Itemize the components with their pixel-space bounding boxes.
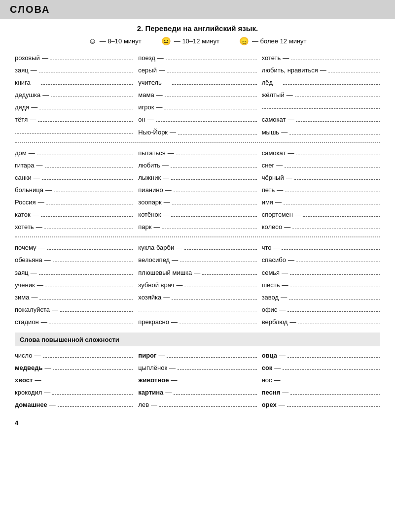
word-label: обезьяна (15, 255, 42, 266)
list-item: лев — (138, 399, 256, 410)
word-dash: — (169, 363, 176, 373)
list-item: сок — (262, 363, 380, 373)
list-item: гитара — (15, 160, 133, 171)
word-dash: — (274, 363, 281, 373)
word-dash: — (162, 160, 169, 171)
word-dash: — (274, 375, 281, 386)
list-item: офис — (262, 304, 380, 315)
word-label: дядя (15, 102, 29, 113)
word-label: хотеть (262, 53, 281, 64)
word-dash: — (156, 90, 163, 100)
list-item: мышь — (262, 127, 380, 138)
main-content: 2. Переведи на английский язык. ☺ — 8–10… (0, 19, 395, 417)
list-item: лыжник — (138, 172, 256, 183)
list-item: почему — (15, 242, 133, 253)
list-item: заяц — (15, 65, 133, 76)
word-blank (176, 148, 257, 155)
word-dash: — (168, 148, 174, 159)
word-blank (202, 268, 256, 275)
list-item: хотеть — (262, 53, 380, 64)
word-label: зоопарк (138, 197, 161, 208)
word-label: жёлтый (262, 90, 285, 100)
page: СЛОВА 2. Переведи на английский язык. ☺ … (0, 0, 395, 532)
word-grid-3: почему —кукла барби —что —обезьяна —вело… (15, 242, 380, 328)
list-item: нос — (262, 375, 380, 386)
word-dash: — (170, 127, 176, 138)
word-section-1: розовый —поезд —хотеть —заяц —серый —люб… (15, 53, 380, 138)
word-blank (47, 243, 134, 250)
word-grid-2: дом —пытаться —самокат —гитара —любить —… (15, 148, 380, 233)
list-item: дедушка — (15, 90, 133, 100)
word-blank (51, 90, 133, 97)
word-label: кукла барби (138, 242, 174, 253)
word-blank (44, 222, 134, 229)
word-label: заяц (15, 267, 29, 278)
word-label: велосипед (138, 255, 170, 266)
word-label: самокат (262, 148, 286, 159)
word-dash: — (281, 292, 287, 303)
word-blank (38, 115, 133, 122)
list-item: лёд — (262, 77, 380, 88)
word-dash: — (156, 102, 162, 113)
word-dash: — (279, 399, 285, 410)
word-dash: — (31, 65, 37, 76)
word-label: хотеть (15, 222, 34, 233)
word-label: овца (262, 350, 277, 361)
word-dash: — (176, 242, 182, 253)
word-dash: — (164, 77, 170, 88)
word-dash: — (172, 255, 178, 266)
word-label: хозяйка (138, 292, 161, 303)
word-blank (283, 363, 380, 370)
word-label: игрок (138, 102, 154, 113)
word-label: стадион (15, 317, 39, 328)
word-blank (162, 222, 257, 229)
word-blank (292, 222, 380, 229)
word-blank (41, 210, 134, 217)
list-item: овца — (262, 350, 380, 361)
word-dash: — (284, 222, 290, 233)
word-blank (39, 66, 134, 72)
word-dash: — (283, 53, 289, 64)
word-blank (328, 66, 380, 72)
word-label: розовый (15, 53, 40, 64)
word-label: спасибо (262, 255, 286, 266)
word-dash: — (282, 280, 288, 291)
word-dash: — (275, 197, 282, 208)
word-label: плюшевый мишка (138, 267, 192, 278)
word-label: пытаться (138, 148, 165, 159)
word-blank (289, 128, 380, 134)
word-label: книга (15, 77, 31, 88)
word-blank (298, 317, 380, 324)
word-label: санки (15, 172, 32, 183)
word-dash: — (52, 304, 58, 315)
word-blank (178, 128, 257, 134)
word-dash: — (158, 350, 165, 361)
list-item: хозяйка — (138, 292, 256, 303)
word-label: парк (138, 222, 151, 233)
word-blank (171, 173, 257, 180)
word-label: дом (15, 148, 27, 159)
word-blank (289, 293, 380, 299)
word-label: Россия (15, 197, 36, 208)
word-blank (290, 268, 380, 275)
word-blank (58, 400, 133, 407)
word-dash: — (31, 102, 37, 113)
word-label: лев (138, 399, 149, 410)
word-blank (282, 243, 380, 250)
list-item: дом — (15, 148, 133, 159)
word-dash: — (33, 77, 39, 88)
word-blank (41, 78, 134, 85)
word-label: чёрный (262, 172, 284, 183)
list-item: картина — (138, 387, 256, 398)
word-blank (184, 280, 256, 287)
section-title: 2. Переведи на английский язык. (15, 24, 380, 33)
smiley-happy-icon: ☺ (88, 37, 96, 46)
word-blank (180, 317, 257, 324)
word-blank (37, 148, 134, 155)
word-label: колесо (262, 222, 282, 233)
word-dash: — (289, 317, 296, 328)
word-dash: — (194, 267, 200, 278)
word-dash: — (163, 172, 169, 183)
list-item: семья — (262, 267, 380, 278)
word-blank (295, 90, 380, 97)
